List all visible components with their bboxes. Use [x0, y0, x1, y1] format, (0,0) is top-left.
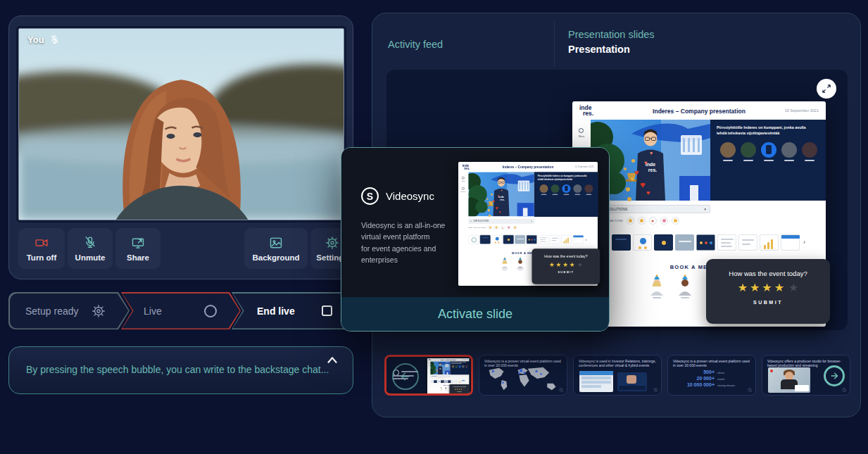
stepper-setup-ready[interactable]: Setup ready: [8, 292, 130, 329]
unmute-button[interactable]: Unmute: [68, 228, 113, 269]
expand-preview-button[interactable]: [817, 79, 836, 99]
slide-thumbnail-2[interactable]: Videosync is a proven virtual event plat…: [479, 355, 567, 396]
share-screen-button[interactable]: Share: [115, 228, 161, 269]
videosync-badge: Ⓢ: [748, 387, 752, 393]
reaction-button: [444, 377, 445, 379]
mic-off-icon: [49, 34, 60, 45]
heart-reaction: ♥: [640, 180, 646, 189]
clap-reaction: [627, 197, 631, 201]
home-icon: [462, 177, 465, 179]
slide-topic-circles: [538, 184, 595, 195]
slide-content-panel: Pörssiyhtiöille Inderes on kumppani, jon…: [710, 120, 826, 201]
stop-square-icon: [322, 305, 332, 316]
filmstrip-thumb: [612, 234, 631, 251]
avatar: [500, 257, 509, 270]
arrow-left-icon: [398, 369, 413, 384]
slide-filmstrip: ›: [591, 228, 810, 256]
topic-photo: [761, 142, 776, 158]
event-rating-popup: How was the event today? ★★★★★ SUBMIT: [449, 384, 470, 395]
star-empty: ★: [463, 388, 465, 390]
thumbnail-caption: Videosync is used in Investor Relations,…: [574, 355, 661, 368]
avatar: [444, 387, 447, 391]
clap-reaction: [624, 168, 627, 170]
topic-photo: [539, 184, 548, 193]
self-view-panel: You Turn off Unmute Share Background Set…: [8, 15, 353, 279]
reaction-button: [660, 217, 668, 225]
slide-thumbnail-3[interactable]: Videosync is used in Investor Relations,…: [573, 355, 662, 396]
rating-question: How was the event today?: [532, 248, 600, 258]
screenshot-graphic: [579, 371, 613, 392]
slide-date: 15 September 2021: [463, 360, 468, 360]
slide-nav-main: Main: [428, 362, 429, 364]
heart-reaction: ♥: [650, 151, 653, 156]
filmstrip-thumb: [675, 234, 694, 251]
clap-reaction: [436, 370, 436, 370]
rating-submit-label: SUBMIT: [532, 271, 600, 274]
reaction-button: ♥: [649, 217, 657, 225]
heart-reaction: ♥: [501, 189, 503, 192]
self-video-preview: You: [18, 28, 344, 220]
thumbnails-prev-button[interactable]: [392, 363, 419, 390]
slide-solutions-dropdown: ▾ OUR SOLUTIONS ▾: [430, 375, 450, 377]
tab-presentation-slides[interactable]: Presentation slides Presentation: [568, 29, 655, 55]
filmstrip-thumb-selected: [527, 235, 537, 244]
slide-thumbnail-4[interactable]: Videosync is a proven virtual event plat…: [667, 355, 756, 396]
slide-panel-text: Pörssiyhtiöille Inderes on kumppani, jon…: [538, 175, 593, 181]
reaction-button: ♥: [501, 225, 505, 229]
stepper-live[interactable]: Live: [121, 292, 241, 329]
slide-nav-main: Main: [579, 128, 585, 138]
topic-photo: [781, 142, 797, 158]
filmstrip-thumb: [738, 234, 757, 251]
thumbnail-caption: Videosync is a proven virtual event plat…: [668, 355, 755, 368]
slide-thumbnail-5[interactable]: Videosync offers a producer studio for b…: [762, 355, 850, 396]
videosync-brand-row: S Videosync: [361, 187, 434, 205]
reaction-button: [442, 377, 444, 379]
filmstrip-thumb: [430, 380, 433, 383]
heart-reaction: ♥: [439, 368, 440, 369]
studio-photo-graphic: [768, 367, 810, 393]
avatar: [515, 257, 524, 270]
stars-filled: ★★★★: [455, 388, 463, 390]
avatar: [440, 387, 443, 391]
clap-reaction: [491, 203, 493, 206]
slide-speaker-video: inde res. ♥ ♥ ♥ ♥ ♥: [468, 172, 534, 216]
slide-nav-book: Book a: [428, 366, 429, 367]
thumbnails-next-button[interactable]: [824, 365, 845, 386]
background-button[interactable]: Background: [244, 228, 308, 269]
filmstrip-thumb: [455, 380, 458, 383]
slide-filmstrip: ›: [468, 232, 589, 247]
reaction-button: [638, 217, 646, 225]
speaker-scene: inde res.: [468, 172, 534, 216]
dialog-body: S Videosync Videosync is an all-in-one v…: [341, 148, 609, 297]
topic-photo: [458, 365, 461, 368]
webcam-image: [19, 29, 344, 220]
filmstrip-more-arrow: ›: [585, 237, 586, 241]
heart-reaction: ♥: [498, 194, 500, 197]
topic-photo: [573, 184, 581, 193]
speaker-video-frame: inde res.: [468, 172, 534, 216]
heart-reaction: ♥: [646, 190, 650, 196]
star-empty: ★: [788, 282, 798, 294]
slide-topic-circles: [717, 142, 820, 161]
filmstrip-thumb: [444, 380, 447, 383]
topic-photo: [720, 142, 736, 158]
heart-reaction: ♥: [644, 160, 648, 166]
home-icon: [579, 128, 584, 133]
tab-divider: [554, 22, 555, 67]
slide-thumbnail-1-selected[interactable]: inde res. Inderes – Company presentation…: [384, 355, 473, 396]
collapse-hint-button[interactable]: [325, 353, 340, 371]
speaker-video-frame: inde res.: [430, 361, 450, 374]
rating-stars: ★★★★★: [532, 261, 600, 267]
rating-question: How was the event today?: [706, 259, 830, 277]
clap-reaction: [486, 198, 488, 200]
slide-sidebar-nav: Main Book a: [458, 172, 468, 192]
turn-off-camera-button[interactable]: Turn off: [18, 228, 65, 269]
filmstrip-thumb: [437, 380, 440, 383]
activate-slide-button[interactable]: Activate slide: [341, 297, 609, 331]
slide-speaker-video: inde res. ♥ ♥ ♥ ♥ ♥: [430, 361, 450, 374]
topic-photo: [562, 184, 570, 193]
reaction-button: [438, 377, 439, 379]
tab-activity-feed[interactable]: Activity feed: [388, 39, 443, 50]
videosync-logo-icon: S: [361, 187, 379, 205]
topic-photo: [452, 365, 455, 368]
